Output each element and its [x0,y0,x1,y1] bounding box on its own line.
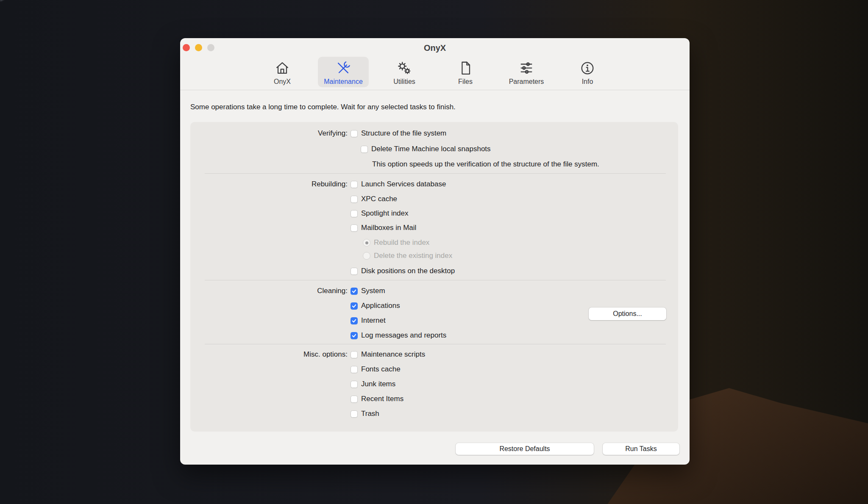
checkbox-mailboxes-in-mail[interactable] [351,224,358,232]
options-button[interactable]: Options... [589,307,666,320]
checkbox-log-messages-and-reports[interactable] [351,332,358,339]
checkbox-label: Spotlight index [361,209,409,218]
checkbox-system[interactable] [351,288,358,295]
task-row: Spotlight index [190,209,678,218]
checkbox-spotlight-index[interactable] [351,210,358,217]
task-row: Cleaning: System [190,286,678,296]
section-divider [205,280,666,280]
checkbox-trash[interactable] [351,410,358,418]
checkbox-label: Recent Items [361,395,403,403]
tab-files[interactable]: Files [440,57,491,87]
section-label-verifying: Verifying: [190,129,348,138]
tab-label: Parameters [509,78,544,86]
task-row: XPC cache [190,194,678,204]
checkbox-label: XPC cache [361,195,397,203]
radio-row: Rebuild the index [190,238,678,247]
task-row: Fonts cache [190,365,678,374]
info-icon [579,59,595,78]
radio-label: Delete the existing index [374,252,452,260]
checkbox-label: Trash [361,410,379,418]
document-icon [457,59,473,78]
checkbox-label: System [361,287,385,295]
task-row: Log messages and reports [190,331,678,340]
note-text: This option speeds up the verification o… [372,160,599,169]
task-row: Verifying: Structure of the file system [190,129,678,138]
checkbox-maintenance-scripts[interactable] [351,351,358,358]
task-row: Rebuilding: Launch Services database [190,180,678,189]
task-row: Recent Items [190,394,678,404]
checkbox-label: Delete Time Machine local snapshots [371,145,491,153]
intro-text: Some operations take a long time to comp… [190,102,456,112]
radio-label: Rebuild the index [374,238,429,247]
tab-label: Files [458,78,473,86]
note-row: This option speeds up the verification o… [190,160,678,169]
desktop: OnyX OnyX Maintenance [0,0,868,504]
tasks-panel: Verifying: Structure of the file system … [190,122,678,432]
checkbox-structure-of-the-file-system[interactable] [351,130,358,137]
task-row: Misc. options: Maintenance scripts [190,350,678,359]
checkbox-label: Mailboxes in Mail [361,224,416,232]
checkbox-xpc-cache[interactable] [351,196,358,203]
tab-label: Maintenance [324,78,363,86]
titlebar[interactable]: OnyX [180,38,690,58]
task-row: Trash [190,409,678,418]
checkbox-label: Disk positions on the desktop [361,267,455,275]
section-label-rebuilding: Rebuilding: [190,180,348,188]
checkbox-label: Log messages and reports [361,331,446,340]
radio-delete-the-existing-index [363,252,370,260]
zoom-button-disabled [207,44,214,51]
checkbox-recent-items[interactable] [351,396,358,403]
run-tasks-button[interactable]: Run Tasks [603,443,679,455]
tab-parameters[interactable]: Parameters [501,57,552,87]
close-button[interactable] [183,44,190,51]
restore-defaults-button[interactable]: Restore Defaults [456,443,594,455]
checkbox-label: Structure of the file system [361,129,446,138]
tab-info[interactable]: Info [562,57,613,87]
task-row: Delete Time Machine local snapshots [190,144,678,154]
checkbox-delete-time-machine-local-snapshots[interactable] [361,146,368,153]
section-divider [205,173,666,174]
checkbox-applications[interactable] [351,302,358,310]
section-divider [205,344,666,344]
section-label-misc-options: Misc. options: [190,350,348,359]
tab-label: OnyX [274,78,291,86]
tab-utilities[interactable]: Utilities [379,57,430,87]
checkbox-label: Applications [361,302,400,310]
radio-row: Delete the existing index [190,251,678,260]
checkbox-label: Internet [361,316,386,325]
sliders-icon [518,59,534,78]
tab-label: Info [582,78,593,86]
window-title: OnyX [180,38,690,53]
checkbox-disk-positions-on-the-desktop[interactable] [351,268,358,275]
checkbox-internet[interactable] [351,317,358,324]
onyx-window: OnyX OnyX Maintenance [180,38,690,465]
tab-label: Utilities [393,78,415,86]
toolbar: OnyX Maintenance [180,57,690,87]
checkbox-label: Junk items [361,380,395,388]
tab-onyx[interactable]: OnyX [257,57,308,87]
gears-icon [396,59,412,78]
checkbox-launch-services-database[interactable] [351,181,358,188]
task-row: Disk positions on the desktop [190,266,678,276]
section-label-cleaning: Cleaning: [190,287,348,295]
task-row: Mailboxes in Mail [190,223,678,233]
checkbox-label: Fonts cache [361,365,401,374]
content-area: Some operations take a long time to comp… [180,90,690,465]
checkbox-label: Launch Services database [361,180,446,188]
tab-maintenance[interactable]: Maintenance [318,57,369,87]
minimize-button[interactable] [195,44,202,51]
radio-rebuild-the-index [363,239,370,246]
checkbox-label: Maintenance scripts [361,350,425,359]
home-icon [274,59,290,78]
traffic-lights [183,44,214,51]
task-row: Junk items [190,379,678,389]
tools-icon [335,59,351,78]
checkbox-junk-items[interactable] [351,381,358,388]
checkbox-fonts-cache[interactable] [351,366,358,373]
